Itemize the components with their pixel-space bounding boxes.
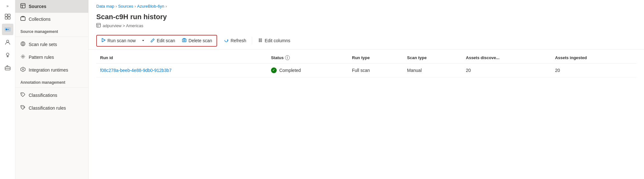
svg-point-20 [22, 56, 24, 57]
delete-scan-label: Delete scan [188, 38, 212, 43]
svg-rect-3 [8, 17, 10, 19]
divider-2 [15, 87, 88, 88]
icon-rail: » [0, 0, 15, 179]
edit-scan-button[interactable]: Edit scan [147, 36, 179, 45]
assets-ingested-cell: 20 [551, 63, 636, 77]
svg-point-17 [22, 43, 24, 45]
page-title: Scan-c9H run history [96, 12, 636, 22]
subtitle-icon [96, 23, 101, 28]
sidebar-item-integration-runtimes[interactable]: Integration runtimes [15, 64, 88, 76]
sidebar-item-classification-rules[interactable]: Classification rules [15, 102, 88, 114]
edit-scan-label: Edit scan [157, 38, 175, 43]
svg-point-5 [5, 29, 7, 30]
svg-point-7 [6, 40, 9, 43]
sidebar-item-collections[interactable]: Collections [15, 13, 88, 26]
assets-ingested-header: Assets ingested [551, 52, 636, 64]
integration-runtimes-icon [20, 67, 26, 73]
svg-point-23 [22, 94, 22, 94]
subtitle-text: adpurview > Americas [103, 23, 143, 28]
svg-point-8 [6, 53, 9, 56]
scan-rule-sets-icon [20, 41, 26, 48]
svg-marker-21 [21, 67, 25, 72]
person-rail-icon[interactable] [2, 36, 13, 48]
briefcase-rail-icon[interactable] [2, 62, 13, 74]
delete-scan-button[interactable]: Delete scan [179, 36, 215, 45]
bulb-rail-icon[interactable] [2, 49, 13, 61]
classifications-label: Classifications [29, 93, 57, 98]
assets-discovered-header: Assets discove... [462, 52, 551, 64]
expand-rail-button[interactable]: » [5, 3, 10, 10]
sidebar: Sources Collections Source management Sc… [15, 0, 89, 179]
scan-history-table: Run id Status i Run type Scan type [96, 52, 636, 77]
edit-columns-icon [258, 38, 263, 43]
integration-runtimes-label: Integration runtimes [29, 67, 68, 73]
svg-rect-12 [21, 4, 25, 8]
run-id-link[interactable]: f08c278a-beeb-4e88-9db0-912b3b7 [100, 68, 172, 73]
primary-actions-group: Run scan now Edit scan [96, 35, 217, 47]
divider-1 [15, 36, 88, 37]
grid-rail-icon[interactable] [2, 11, 13, 22]
pattern-rules-icon [20, 54, 26, 60]
run-id-header: Run id [96, 52, 267, 64]
edit-columns-button[interactable]: Edit columns [255, 36, 293, 45]
breadcrumb-data-map[interactable]: Data map [96, 4, 114, 9]
run-scan-now-button[interactable]: Run scan now [98, 36, 139, 45]
breadcrumb-sep-3: › [165, 4, 167, 9]
classifications-icon [20, 92, 26, 98]
scan-type-header: Scan type [403, 52, 462, 64]
status-cell: ✓ Completed [267, 63, 348, 77]
breadcrumb-sources[interactable]: Sources [118, 4, 133, 9]
svg-rect-15 [21, 17, 25, 20]
sidebar-item-sources[interactable]: Sources [15, 0, 88, 13]
status-info-icon[interactable]: i [285, 55, 290, 60]
sidebar-item-scan-rule-sets[interactable]: Scan rule sets [15, 38, 88, 51]
sidebar-item-classifications[interactable]: Classifications [15, 89, 88, 102]
breadcrumb-sep-1: › [115, 4, 117, 9]
edit-columns-label: Edit columns [265, 38, 290, 43]
refresh-label: Refresh [231, 38, 246, 43]
table-row: f08c278a-beeb-4e88-9db0-912b3b7 ✓ Comple… [96, 63, 636, 77]
classification-rules-icon [20, 105, 26, 111]
collections-label: Collections [29, 17, 50, 22]
status-label: Completed [279, 68, 301, 73]
edit-scan-icon [150, 38, 155, 43]
scan-type-cell: Manual [403, 63, 462, 77]
main-content: Data map › Sources › AzureBlob-6yn › Sca… [89, 0, 644, 179]
run-scan-now-label: Run scan now [107, 38, 136, 43]
svg-rect-25 [97, 23, 100, 27]
collections-icon [20, 16, 26, 22]
svg-rect-2 [5, 17, 7, 19]
run-scan-play-icon [101, 38, 106, 43]
sources-label: Sources [29, 4, 46, 9]
completed-icon: ✓ [271, 67, 277, 73]
delete-scan-icon [182, 38, 187, 43]
run-scan-dropdown-button[interactable] [140, 37, 147, 44]
page-subtitle: adpurview > Americas [96, 23, 636, 28]
breadcrumb-azure-blob[interactable]: AzureBlob-6yn [137, 4, 164, 9]
svg-marker-28 [102, 38, 105, 42]
toolbar: Run scan now Edit scan [89, 32, 644, 50]
svg-marker-29 [142, 40, 144, 41]
pattern-rules-label: Pattern rules [29, 55, 54, 60]
status-header: Status i [267, 52, 348, 64]
annotation-management-header: Annotation management [15, 76, 88, 86]
refresh-button[interactable]: Refresh [221, 36, 249, 45]
refresh-icon [224, 38, 229, 43]
data-map-rail-icon[interactable] [2, 24, 13, 35]
secondary-actions-group: Refresh Edit columns [221, 36, 293, 45]
sources-icon [20, 3, 26, 10]
toolbar-separator [252, 37, 252, 44]
svg-point-24 [22, 106, 22, 107]
run-type-cell: Full scan [348, 63, 403, 77]
sidebar-item-pattern-rules[interactable]: Pattern rules [15, 51, 88, 64]
page-header: Scan-c9H run history adpurview > America… [89, 10, 644, 32]
classification-rules-label: Classification rules [29, 105, 66, 111]
svg-point-22 [22, 69, 24, 70]
run-type-header: Run type [348, 52, 403, 64]
source-management-header: Source management [15, 26, 88, 35]
assets-discovered-cell: 20 [462, 63, 551, 77]
svg-rect-1 [8, 14, 10, 16]
run-id-cell: f08c278a-beeb-4e88-9db0-912b3b7 [96, 63, 267, 77]
svg-rect-0 [5, 14, 7, 16]
scan-rule-sets-label: Scan rule sets [29, 42, 57, 47]
